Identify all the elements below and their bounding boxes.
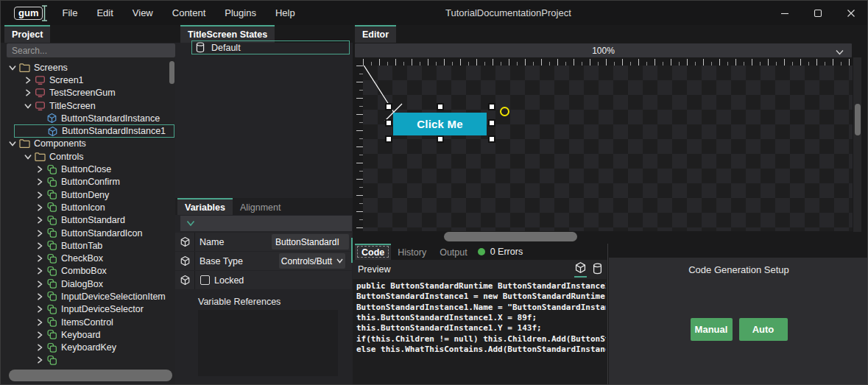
zoom-dropdown[interactable]: 100% <box>355 43 852 57</box>
chevron-right-icon[interactable] <box>34 356 46 364</box>
selection-handle[interactable] <box>385 119 392 127</box>
chevron-right-icon[interactable] <box>34 331 46 339</box>
tree-item-buttonicon[interactable]: ButtonIcon <box>1 201 175 213</box>
selection-handle[interactable] <box>385 103 392 110</box>
tree-item-itemscontrol[interactable]: ItemsControl <box>1 316 175 328</box>
tree-item-label: ButtonStandardInstance1 <box>62 126 166 136</box>
app-logo: gum <box>14 5 48 21</box>
click-me-button[interactable]: Click Me <box>393 113 487 135</box>
chevron-right-icon[interactable] <box>34 280 46 288</box>
tree-item-components[interactable]: Components <box>1 138 175 150</box>
menu-view[interactable]: View <box>123 1 163 25</box>
chevron-right-icon[interactable] <box>34 344 46 351</box>
tree-item-buttonstandardinstance[interactable]: ButtonStandardInstance <box>1 112 175 124</box>
tree-item-screen1[interactable]: Screen1 <box>1 74 175 86</box>
chevron-right-icon[interactable] <box>34 319 46 326</box>
maximize-button[interactable] <box>801 1 834 25</box>
tree-item-testscreengum[interactable]: TestScreenGum <box>1 87 175 99</box>
chevron-down-icon[interactable] <box>7 64 18 71</box>
tree-item-controls[interactable]: Controls <box>1 150 175 163</box>
chevron-down-icon[interactable] <box>7 140 18 147</box>
tree-item-label: Screen1 <box>49 75 84 85</box>
chevron-right-icon[interactable] <box>34 230 46 237</box>
selection-handle[interactable] <box>437 135 444 143</box>
tree-item-buttonconfirm[interactable]: ButtonConfirm <box>1 176 175 188</box>
variables-category-expander[interactable] <box>180 216 352 231</box>
tab-editor[interactable]: Editor <box>355 25 396 43</box>
tree-item-label: Keyboard <box>61 330 101 340</box>
chevron-right-icon[interactable] <box>34 293 46 300</box>
chevron-right-icon[interactable] <box>34 204 46 211</box>
canvas-vertical-scrollbar[interactable] <box>853 57 861 232</box>
menu-help[interactable]: Help <box>266 1 305 25</box>
menu-plugins[interactable]: Plugins <box>215 1 266 25</box>
variable-row-name: Name <box>175 233 352 251</box>
minimize-button[interactable] <box>768 1 801 25</box>
tree-item-dialogbox[interactable]: DialogBox <box>1 278 175 290</box>
locked-checkbox[interactable] <box>200 275 210 285</box>
tree-item-buttonstandardicon[interactable]: ButtonStandardIcon <box>1 227 175 239</box>
close-button[interactable] <box>834 1 867 25</box>
manual-button[interactable]: Manual <box>691 318 733 341</box>
chevron-right-icon[interactable] <box>34 216 46 224</box>
tree-item-buttonclose[interactable]: ButtonClose <box>1 163 175 175</box>
canvas-horizontal-scrollbar[interactable] <box>354 232 852 241</box>
tree-item-keyboardkey[interactable]: KeyboardKey <box>1 342 175 354</box>
tree-item-label: Components <box>34 138 86 149</box>
state-item-default[interactable]: Default <box>191 40 350 54</box>
rotate-handle[interactable] <box>500 107 509 116</box>
tree-item-combobox[interactable]: ComboBox <box>1 265 175 278</box>
chevron-right-icon[interactable] <box>22 89 34 96</box>
selection-handle[interactable] <box>488 119 495 127</box>
selection-handle[interactable] <box>488 103 495 110</box>
selection-handle[interactable] <box>385 135 392 143</box>
chevron-right-icon[interactable] <box>22 77 34 84</box>
name-field[interactable] <box>272 234 349 250</box>
canvas-vertical-scrollbar-thumb[interactable] <box>855 104 861 135</box>
tab-alignment[interactable]: Alignment <box>233 198 289 215</box>
canvas-horizontal-scrollbar-thumb[interactable] <box>444 232 577 241</box>
chevron-right-icon[interactable] <box>34 267 46 275</box>
tree-item-keyboard[interactable]: Keyboard <box>1 328 175 341</box>
tree-item-buttonstandardinstance1[interactable]: ButtonStandardInstance1 <box>14 124 174 137</box>
tree-vertical-scrollbar[interactable] <box>169 61 174 84</box>
chevron-right-icon[interactable] <box>34 191 46 199</box>
tree-item-partial[interactable] <box>1 354 175 367</box>
tab-output[interactable]: Output <box>433 244 474 260</box>
tree-item-titlescreen[interactable]: TitleScreen <box>1 99 175 112</box>
tree-item-inputdeviceselector[interactable]: InputDeviceSelector <box>1 303 175 316</box>
chevron-right-icon[interactable] <box>34 166 46 173</box>
tab-project[interactable]: Project <box>4 25 50 43</box>
auto-button[interactable]: Auto <box>739 318 788 341</box>
menu-content[interactable]: Content <box>163 1 216 25</box>
tab-code[interactable]: Code <box>355 244 391 260</box>
tree-item-buttondeny[interactable]: ButtonDeny <box>1 188 175 201</box>
code-text[interactable]: public ButtonStandardRuntime ButtonStand… <box>356 281 606 384</box>
tree-item-checkbox[interactable]: CheckBox <box>1 252 175 264</box>
tree-item-screens[interactable]: Screens <box>1 61 175 74</box>
variables-tabstrip: Variables Alignment <box>175 198 353 215</box>
tab-history[interactable]: History <box>391 244 433 260</box>
cube-icon[interactable] <box>574 261 587 278</box>
base-type-dropdown[interactable]: Controls/Butt <box>279 253 345 269</box>
selection-handle[interactable] <box>437 103 444 110</box>
tree-item-buttontab[interactable]: ButtonTab <box>1 239 175 252</box>
chevron-right-icon[interactable] <box>34 242 46 250</box>
tree-item-buttonstandard[interactable]: ButtonStandard <box>1 214 175 227</box>
chevron-right-icon[interactable] <box>34 305 46 313</box>
tree-horizontal-scrollbar[interactable] <box>9 370 172 381</box>
state-cylinder-icon <box>196 42 205 53</box>
menu-edit[interactable]: Edit <box>87 1 122 25</box>
chevron-down-icon[interactable] <box>22 153 34 160</box>
tree-item-inputdeviceselectionitem[interactable]: InputDeviceSelectionItem <box>1 290 175 303</box>
menu-file[interactable]: File <box>52 1 87 25</box>
variable-references-box[interactable] <box>198 310 338 376</box>
chevron-right-icon[interactable] <box>34 255 46 262</box>
selection-handle[interactable] <box>488 135 495 143</box>
search-input[interactable] <box>7 43 175 57</box>
editor-canvas[interactable]: Click Me <box>363 66 853 231</box>
chevron-right-icon[interactable] <box>34 178 46 186</box>
state-cylinder-icon[interactable] <box>593 263 602 277</box>
tab-variables[interactable]: Variables <box>177 198 233 215</box>
chevron-down-icon[interactable] <box>22 102 34 110</box>
